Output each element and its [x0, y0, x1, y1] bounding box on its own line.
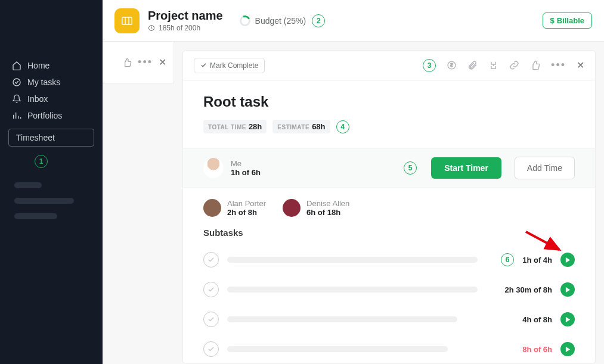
project-icon [114, 8, 140, 33]
subtask-icon[interactable] [488, 60, 498, 70]
task-strip: ••• ✕ [103, 42, 174, 83]
subtask-placeholder [227, 285, 478, 294]
total-time-value: 28h [249, 122, 262, 131]
project-hours: 185h of 200h [159, 24, 200, 32]
time-chips: TOTAL TIME 28h ESTIMATE 68h 4 [203, 120, 575, 133]
bell-icon [12, 94, 21, 104]
sidebar-skeleton [0, 168, 103, 219]
subtasks-heading: Subtasks [203, 228, 575, 238]
clock-icon [148, 24, 155, 32]
svg-rect-1 [122, 17, 132, 24]
assignee-hours: 6h of 18h [306, 208, 349, 217]
billable-label: Billable [557, 16, 584, 25]
assignee: Denise Allen 6h of 18h [283, 199, 349, 217]
play-button[interactable] [560, 253, 575, 267]
check-circle-icon [12, 77, 21, 87]
mark-complete-button[interactable]: Mark Complete [194, 58, 265, 73]
assignee-name: Denise Allen [306, 199, 349, 208]
assignee-name: Alan Porter [227, 199, 266, 208]
subtask-row: 4h of 8h [203, 304, 575, 334]
more-icon[interactable]: ••• [138, 56, 153, 69]
sidebar: Home My tasks Inbox Portfolios Timesheet… [0, 0, 103, 364]
project-header: Project name 185h of 200h Budget (25%) 2… [103, 0, 604, 42]
estimate-value: 68h [312, 122, 325, 131]
dollar-circle-icon[interactable] [447, 60, 457, 70]
thumbs-up-icon[interactable] [122, 58, 132, 67]
estimate-chip: ESTIMATE 68h [272, 120, 330, 133]
dollar-icon: $ [550, 16, 555, 25]
close-icon[interactable]: ✕ [159, 57, 166, 68]
attachment-icon[interactable] [467, 60, 478, 70]
budget-label: Budget (25%) [255, 16, 306, 26]
annotation-1: 1 [35, 155, 48, 168]
check-icon [200, 62, 207, 69]
sidebar-item-home[interactable]: Home [0, 57, 103, 74]
subtask-time: 8h of 6h [522, 345, 552, 354]
svg-point-0 [13, 79, 20, 86]
bars-icon [12, 111, 21, 120]
assignees-row: Alan Porter 2h of 8h Denise Allen 6h of … [203, 188, 575, 219]
complete-toggle[interactable] [203, 312, 219, 327]
project-title: Project name [148, 9, 223, 23]
project-meta: Project name 185h of 200h [148, 9, 223, 32]
total-time-label: TOTAL TIME [208, 124, 246, 130]
avatar [203, 199, 221, 217]
sidebar-item-label: Portfolios [27, 111, 62, 120]
sidebar-item-label: Inbox [27, 94, 48, 104]
annotation-3: 3 [423, 59, 436, 72]
annotation-4: 4 [336, 120, 349, 133]
board-icon [122, 17, 132, 25]
play-button[interactable] [560, 342, 575, 356]
subtask-time: 2h 30m of 8h [505, 285, 552, 294]
task-panel: Mark Complete 3 ••• ✕ Root task TOTAL TI… [182, 50, 596, 364]
panel-toolbar: Mark Complete 3 ••• ✕ [183, 51, 595, 80]
subtask-time: 1h of 4h [522, 256, 552, 265]
estimate-label: ESTIMATE [277, 124, 309, 130]
progress-ring-icon [238, 14, 252, 27]
mark-complete-label: Mark Complete [210, 61, 258, 70]
more-icon[interactable]: ••• [551, 59, 566, 71]
assignee: Alan Porter 2h of 8h [203, 199, 266, 217]
subtask-placeholder [227, 344, 478, 354]
me-meta: Me 1h of 6h [231, 159, 261, 177]
assignee-hours: 2h of 8h [227, 208, 266, 217]
subtask-row: 6 1h of 4h [203, 245, 575, 275]
subtask-placeholder [227, 315, 478, 324]
sidebar-item-inbox[interactable]: Inbox [0, 91, 103, 107]
avatar [283, 199, 301, 217]
toolbar-icons: 3 ••• ✕ [423, 59, 584, 72]
me-hours: 1h of 6h [231, 168, 261, 177]
subtask-row: 8h of 6h [203, 334, 575, 364]
sidebar-item-portfolios[interactable]: Portfolios [0, 107, 103, 124]
annotation-6: 6 [501, 253, 514, 266]
billable-button[interactable]: $ Billable [543, 13, 592, 29]
complete-toggle[interactable] [203, 341, 219, 357]
sidebar-item-label: Timesheet [16, 133, 55, 142]
subtask-row: 2h 30m of 8h [203, 275, 575, 304]
start-timer-button[interactable]: Start Timer [431, 157, 501, 179]
panel-body: Root task TOTAL TIME 28h ESTIMATE 68h 4 … [183, 80, 595, 364]
add-time-button[interactable]: Add Time [515, 157, 575, 179]
sidebar-item-label: My tasks [27, 77, 60, 87]
home-icon [12, 61, 21, 70]
link-icon[interactable] [509, 60, 519, 70]
subtask-time: 4h of 8h [522, 315, 552, 324]
complete-toggle[interactable] [203, 282, 219, 297]
complete-toggle[interactable] [203, 252, 219, 267]
task-title: Root task [203, 94, 575, 110]
play-button[interactable] [560, 282, 575, 297]
sidebar-item-timesheet[interactable]: Timesheet [8, 129, 94, 147]
me-row: Me 1h of 6h 5 Start Timer Add Time [183, 148, 595, 188]
close-icon[interactable]: ✕ [577, 60, 584, 71]
sidebar-item-label: Home [27, 61, 49, 70]
annotation-5: 5 [404, 161, 417, 175]
annotation-2: 2 [312, 14, 325, 27]
total-time-chip: TOTAL TIME 28h [203, 120, 267, 133]
sidebar-item-my-tasks[interactable]: My tasks [0, 74, 103, 91]
budget-indicator: Budget (25%) [240, 15, 306, 26]
play-button[interactable] [560, 312, 575, 326]
subtask-placeholder [227, 255, 478, 265]
avatar [203, 158, 224, 178]
thumbs-up-icon[interactable] [530, 60, 540, 70]
me-name: Me [231, 159, 261, 168]
